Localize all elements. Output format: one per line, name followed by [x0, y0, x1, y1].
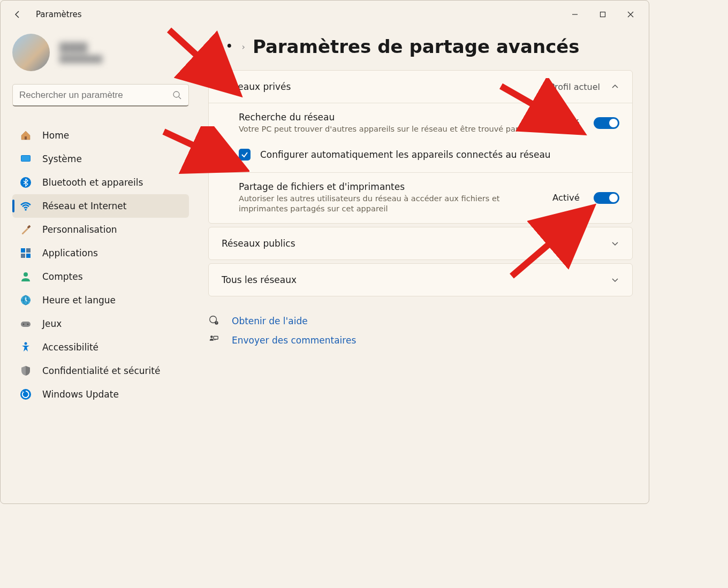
chevron-down-icon — [611, 276, 619, 284]
svg-rect-9 — [27, 225, 31, 228]
nav-label: Confidentialité et sécurité — [42, 365, 160, 376]
help-icon: ? — [208, 315, 220, 327]
person-icon — [20, 271, 32, 282]
row-title: Recherche du réseau — [239, 112, 544, 123]
row-subtitle: Autoriser les autres utilisateurs du rés… — [239, 194, 544, 215]
toggle-state: Activé — [552, 118, 580, 128]
nav-label: Heure et langue — [42, 295, 116, 306]
nav-privacy[interactable]: Confidentialité et sécurité — [12, 359, 189, 383]
panel-title: Réseaux privés — [222, 81, 291, 92]
svg-point-2 — [173, 91, 179, 97]
nav-label: Home — [42, 130, 69, 141]
wifi-icon — [20, 200, 32, 212]
profile-email: ████████ — [59, 55, 102, 63]
brush-icon — [20, 224, 32, 235]
nav-label: Système — [42, 154, 82, 164]
nav-label: Applications — [42, 248, 98, 258]
nav-label: Réseau et Internet — [42, 201, 126, 211]
svg-rect-6 — [21, 156, 30, 161]
chevron-right-icon: › — [241, 42, 245, 52]
nav-apps[interactable]: Applications — [12, 241, 189, 265]
svg-point-14 — [24, 272, 28, 277]
feedback-link[interactable]: Envoyer des commentaires — [208, 331, 633, 350]
row-subtitle: Votre PC peut trouver d'autres appareils… — [239, 124, 544, 135]
row-network-discovery: Recherche du réseau Votre PC peut trouve… — [209, 103, 632, 143]
search-box[interactable] — [12, 84, 189, 106]
svg-rect-27 — [214, 336, 218, 339]
nav-update[interactable]: Windows Update — [12, 383, 189, 406]
minimize-button[interactable] — [561, 4, 589, 25]
help-label: Obtenir de l'aide — [232, 316, 308, 326]
svg-line-3 — [179, 97, 181, 99]
home-icon — [20, 129, 32, 141]
panel-header-private[interactable]: Réseaux privés Profil actuel — [209, 71, 632, 103]
nav-label: Personnalisation — [42, 224, 117, 235]
nav-system[interactable]: Système — [12, 147, 189, 171]
chevron-up-icon — [611, 82, 619, 91]
svg-rect-13 — [26, 254, 31, 258]
nav-label: Jeux — [42, 318, 62, 329]
row-file-sharing: Partage de fichiers et d'imprimantes Aut… — [209, 172, 632, 223]
svg-rect-1 — [601, 12, 605, 17]
panel-title: Réseaux publics — [222, 238, 295, 249]
nav-games[interactable]: Jeux — [12, 312, 189, 335]
maximize-button[interactable] — [589, 4, 617, 25]
svg-rect-18 — [21, 322, 31, 327]
user-profile[interactable]: ████ ████████ — [12, 34, 189, 71]
nav-accounts[interactable]: Comptes — [12, 265, 189, 288]
accessibility-icon — [20, 341, 32, 353]
panel-header-public[interactable]: Réseaux publics — [209, 227, 632, 259]
checkbox-autoconfig[interactable] — [239, 149, 251, 161]
svg-rect-12 — [21, 254, 25, 258]
nav-label: Windows Update — [42, 389, 119, 400]
nav-accessibility[interactable]: Accessibilité — [12, 335, 189, 359]
feedback-icon — [208, 334, 220, 347]
search-input[interactable] — [19, 90, 172, 101]
profile-name: ████ — [59, 42, 102, 53]
update-icon — [20, 388, 32, 400]
checkbox-label: Configurer automatiquement les appareils… — [260, 149, 551, 160]
apps-icon — [20, 247, 32, 259]
panel-all-networks: Tous les réseaux — [208, 263, 633, 296]
svg-rect-11 — [26, 248, 31, 253]
nav-home[interactable]: Home — [12, 124, 189, 147]
svg-point-8 — [25, 209, 27, 211]
breadcrumb: ••• › Paramètres de partage avancés — [208, 36, 633, 57]
nav-bluetooth[interactable]: Bluetooth et appareils — [12, 171, 189, 194]
toggle-state: Activé — [552, 193, 580, 203]
get-help-link[interactable]: ? Obtenir de l'aide — [208, 311, 633, 331]
row-autoconfig: Configurer automatiquement les appareils… — [209, 143, 632, 172]
panel-title: Tous les réseaux — [222, 274, 297, 285]
shield-icon — [20, 365, 32, 377]
toggle-file-sharing[interactable] — [594, 192, 619, 204]
system-icon — [20, 153, 32, 165]
nav-label: Accessibilité — [42, 342, 98, 353]
nav-network[interactable]: Réseau et Internet — [12, 194, 189, 218]
page-title: Paramètres de partage avancés — [253, 36, 580, 57]
profile-tag: Profil actuel — [550, 82, 600, 92]
nav-label: Comptes — [42, 271, 83, 282]
search-icon — [172, 90, 182, 100]
chevron-down-icon — [611, 239, 619, 248]
close-button[interactable] — [617, 4, 644, 25]
avatar — [12, 34, 50, 71]
nav-time[interactable]: Heure et langue — [12, 288, 189, 312]
svg-point-26 — [210, 335, 213, 338]
panel-private-networks: Réseaux privés Profil actuel Recherche d… — [208, 70, 633, 224]
help-label: Envoyer des commentaires — [232, 335, 356, 346]
svg-point-19 — [23, 324, 25, 325]
row-title: Partage de fichiers et d'imprimantes — [239, 181, 544, 192]
gamepad-icon — [20, 318, 32, 330]
toggle-network-discovery[interactable] — [594, 117, 619, 129]
svg-rect-4 — [25, 136, 27, 140]
nav-label: Bluetooth et appareils — [42, 177, 143, 188]
globe-icon — [20, 294, 32, 306]
breadcrumb-more-icon[interactable]: ••• — [208, 40, 234, 53]
svg-point-20 — [27, 324, 29, 325]
nav-personalization[interactable]: Personnalisation — [12, 218, 189, 241]
svg-rect-10 — [21, 248, 25, 253]
panel-public-networks: Réseaux publics — [208, 227, 633, 260]
panel-header-all[interactable]: Tous les réseaux — [209, 264, 632, 296]
back-button[interactable] — [7, 4, 28, 25]
bluetooth-icon — [20, 177, 32, 188]
